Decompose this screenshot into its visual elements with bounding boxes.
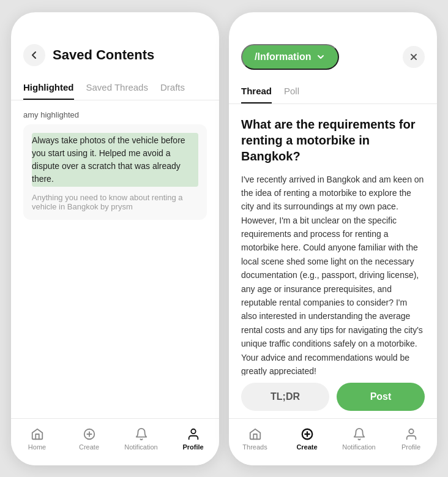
highlight-card: Always take photos of the vehicle before… [23,124,207,220]
profile-icon [187,427,200,441]
nav-label-notification-right: Notification [342,443,375,451]
profile-right-icon [405,427,418,441]
nav-label-notification: Notification [124,443,157,451]
right-top-bar: /Information [229,12,437,80]
nav-label-create: Create [79,443,99,451]
nav-label-home: Home [28,443,46,451]
highlight-user: amy highlighted [23,110,207,119]
nav-label-profile: Profile [182,443,203,451]
highlight-text: Always take photos of the vehicle before… [32,133,198,187]
thread-body: I've recently arrived in Bangkok and am … [241,173,425,375]
nav-label-profile-right: Profile [401,443,420,451]
tab-saved-threads[interactable]: Saved Threads [86,76,148,100]
tab-drafts[interactable]: Drafts [160,76,185,100]
tab-poll[interactable]: Poll [284,80,299,103]
svg-point-3 [191,429,195,433]
tab-highlighted[interactable]: Highlighted [23,76,74,100]
tldr-button[interactable]: TL;DR [241,383,329,411]
action-bar: TL;DR Post [229,375,437,418]
post-button[interactable]: Post [337,383,425,411]
right-bottom-nav: Threads Create Notification [229,418,437,465]
tab-thread[interactable]: Thread [241,80,272,103]
left-header: Saved Contents [11,12,219,76]
nav-item-notification[interactable]: Notification [115,425,167,453]
threads-home-icon [248,427,262,441]
information-pill[interactable]: /Information [241,44,339,70]
page-title: Saved Contents [53,47,154,63]
left-bottom-nav: Home Create Notification [11,418,219,465]
left-panel: Saved Contents Highlighted Saved Threads… [11,12,219,465]
nav-item-create[interactable]: Create [63,425,115,453]
thread-title: What are the requirements for renting a … [241,116,425,164]
svg-point-7 [409,429,413,433]
nav-item-notification-right[interactable]: Notification [333,425,385,453]
thread-content: What are the requirements for renting a … [229,104,437,375]
nav-item-profile[interactable]: Profile [167,425,219,453]
close-button[interactable] [403,46,425,68]
nav-label-threads: Threads [242,443,267,451]
nav-item-profile-right[interactable]: Profile [385,425,437,453]
back-button[interactable] [23,44,45,66]
nav-item-threads[interactable]: Threads [229,425,281,453]
create-icon [83,427,96,441]
left-content: amy highlighted Always take photos of th… [11,100,219,418]
nav-label-create-right: Create [296,443,317,451]
left-tabs: Highlighted Saved Threads Drafts [11,76,219,100]
nav-item-create-right[interactable]: Create [281,425,333,453]
home-icon [31,427,44,441]
highlight-source: Anything you need to know about renting … [32,193,198,211]
create-active-icon [301,427,314,441]
information-label: /Information [255,51,311,62]
right-panel: /Information Thread Poll What are the re… [229,12,437,465]
nav-item-home[interactable]: Home [11,425,63,453]
right-tabs: Thread Poll [229,80,437,104]
notification-icon [135,427,148,441]
notification-right-icon [353,427,366,441]
